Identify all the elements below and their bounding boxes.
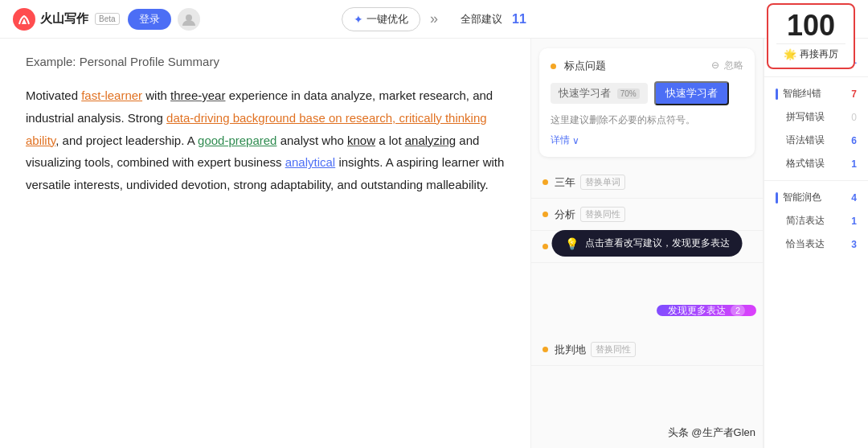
right-grammar-count: 6 (851, 135, 857, 146)
word-original: 快速学习者 70% (551, 83, 648, 104)
tooltip-bar: 💡 点击查看改写建议，发现更多表达 (552, 230, 743, 257)
logo-icon (13, 8, 35, 31)
right-item-smart-correct[interactable]: 智能纠错 7 (764, 82, 868, 105)
suggestion-text-2: 分析 (555, 208, 575, 222)
highlight-analytical[interactable]: analytical (285, 155, 336, 169)
suggestion-dot (542, 179, 548, 185)
spark-icon: ✦ (354, 13, 363, 26)
right-item-concise[interactable]: 简洁表达 1 (764, 209, 868, 232)
highlight-know: know (347, 134, 375, 147)
card-title: 标点问题 (564, 60, 606, 72)
discover-count: 2 (731, 305, 745, 316)
editor-content: Motivated fast-learner with three-year e… (26, 84, 505, 196)
watermark: 头条 @生产者Glen (668, 425, 755, 440)
doc-title: Example: Personal Profile Summary (26, 55, 505, 68)
right-panel: 全部建议 11 智能纠错 7 拼写错误 0 语法错误 6 格式错误 1 (764, 39, 868, 448)
right-divider-2 (764, 180, 868, 181)
editor-panel: Example: Personal Profile Summary Motiva… (0, 39, 530, 448)
right-item-appropriate[interactable]: 恰当表达 3 (764, 232, 868, 256)
right-polish-count: 4 (851, 192, 857, 203)
suggestion-text-1: 三年 (555, 175, 575, 190)
card-header: 标点问题 ⊖ 忽略 (551, 58, 743, 73)
chevron-down-icon: ∨ (572, 135, 579, 146)
nav-more[interactable]: » (427, 10, 441, 27)
tooltip-area: 💡 点击查看改写建议，发现更多表达 (531, 266, 763, 305)
card-ignore-btn[interactable]: ⊖ 忽略 (711, 59, 743, 72)
right-smart-count: 7 (851, 88, 857, 100)
right-item-spelling[interactable]: 拼写错误 0 (764, 105, 868, 129)
right-item-format[interactable]: 格式错误 1 (764, 152, 868, 175)
right-item-smart-polish[interactable]: 智能润色 4 (764, 186, 868, 209)
suggestion-item-2[interactable]: 分析 替换同性 (531, 199, 763, 231)
suggestion-card-punctuation: 标点问题 ⊖ 忽略 快速学习者 70% 快速学习者 这里建议删除不必要的标点符号… (539, 48, 755, 157)
highlight-three-year: three-year (170, 88, 225, 102)
card-note: 这里建议删除不必要的标点符号。 (551, 113, 743, 127)
suggestion-sub-4[interactable]: 替换同性 (591, 342, 636, 357)
right-format-count: 1 (851, 158, 857, 170)
suggestions-count: 11 (512, 12, 526, 27)
tooltip-text: 点击查看改写建议，发现更多表达 (585, 236, 730, 250)
suggestion-sub-2[interactable]: 替换同性 (580, 207, 625, 222)
word-comparison: 快速学习者 70% 快速学习者 (551, 81, 743, 105)
score-box: 100 🌟 再接再厉 (767, 3, 855, 69)
login-button[interactable]: 登录 (128, 9, 171, 30)
logo-area: 火山写作 Beta (13, 8, 120, 31)
svg-point-1 (186, 14, 192, 21)
right-bar-icon (776, 88, 778, 100)
suggestion-item-4[interactable]: 批判地 替换同性 (531, 334, 763, 366)
word-suggested-btn[interactable]: 快速学习者 (654, 81, 729, 105)
suggestion-dot-3 (542, 244, 548, 249)
card-title-area: 标点问题 (551, 58, 606, 73)
right-bar-icon-2 (776, 192, 778, 203)
highlight-good-prepared[interactable]: good-prepared (198, 134, 276, 147)
score-number: 100 (776, 11, 845, 40)
discover-button[interactable]: 发现更多表达 2 (657, 305, 756, 316)
main-layout: Example: Personal Profile Summary Motiva… (0, 39, 868, 448)
highlight-fast-learner[interactable]: fast-learner (81, 88, 142, 102)
highlight-analyzing: analyzing (405, 134, 456, 147)
suggestion-dot-4 (542, 347, 548, 352)
ignore-icon: ⊖ (711, 60, 719, 71)
middle-panel: 标点问题 ⊖ 忽略 快速学习者 70% 快速学习者 这里建议删除不必要的标点符号… (530, 39, 764, 448)
suggestions-label: 全部建议 (461, 12, 502, 27)
right-item-grammar[interactable]: 语法错误 6 (764, 129, 868, 152)
logo-text: 火山写作 (40, 11, 88, 27)
suggestion-item-1[interactable]: 三年 替换单词 (531, 166, 763, 199)
beta-badge: Beta (95, 13, 120, 25)
card-detail-btn[interactable]: 详情 ∨ (551, 134, 743, 147)
score-divider (776, 43, 845, 44)
suggestion-sub-1[interactable]: 替换单词 (580, 175, 625, 190)
score-subtitle: 🌟 再接再厉 (776, 47, 845, 61)
top-nav: 火山写作 Beta 登录 ✦ 一键优化 » 全部建议 11 100 🌟 再接再厉 (0, 0, 868, 39)
card-dot (551, 64, 556, 69)
right-spelling-count: 0 (851, 112, 857, 123)
optimize-button[interactable]: ✦ 一键优化 (342, 7, 420, 31)
discover-area: 发现更多表达 2 (531, 305, 763, 334)
lamp-icon: 💡 (565, 237, 579, 250)
suggestion-text-4: 批判地 (555, 343, 586, 357)
avatar (178, 8, 200, 31)
nav-center: ✦ 一键优化 » 全部建议 11 (342, 7, 526, 31)
suggestion-dot-2 (542, 212, 548, 217)
right-divider-1 (764, 76, 868, 77)
score-emoji: 🌟 (784, 48, 796, 60)
word-badge: 70% (617, 88, 640, 99)
right-appropriate-count: 3 (851, 239, 857, 250)
right-concise-count: 1 (851, 216, 857, 227)
